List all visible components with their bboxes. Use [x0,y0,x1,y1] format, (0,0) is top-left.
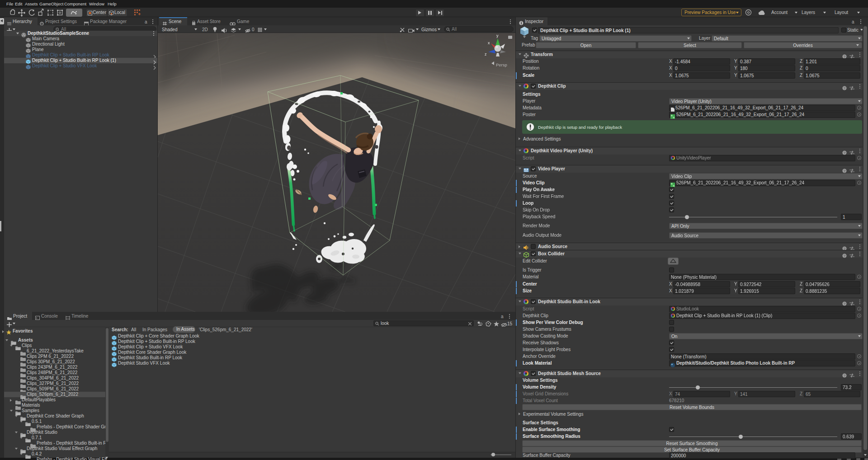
svg-text:z: z [485,52,487,56]
svg-text:y: y [496,33,499,38]
svg-text:?: ? [844,374,846,378]
svg-text:?: ? [844,86,846,90]
svg-text:x: x [488,41,490,45]
svg-text:?: ? [844,302,846,306]
svg-text:?: ? [844,254,846,258]
svg-text:Persp: Persp [496,62,507,67]
svg-text:?: ? [844,169,846,173]
svg-text:?: ? [844,151,846,155]
